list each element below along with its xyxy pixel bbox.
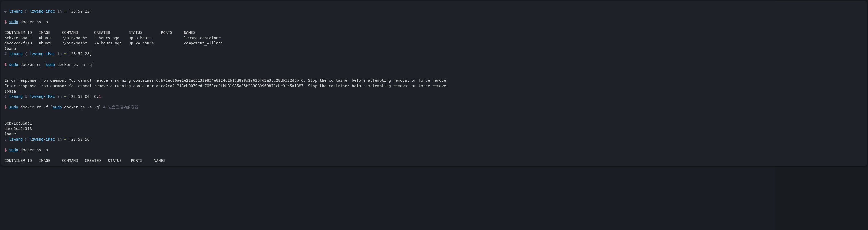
exit-code: 1	[99, 94, 101, 99]
sudo-cmd: sudo	[9, 20, 18, 24]
blank-line	[4, 73, 6, 77]
docker-ps-header-empty: CONTAINER ID IMAGE COMMAND CREATED STATU…	[4, 158, 165, 163]
docker-ps-header: CONTAINER ID IMAGE COMMAND CREATED STATU…	[4, 30, 195, 35]
prompt-hash: #	[4, 94, 6, 99]
prompt-in: in	[57, 9, 62, 13]
conda-base: (base)	[4, 131, 18, 136]
command-line-1: $ sudo docker ps -a	[4, 20, 864, 25]
prompt-host: lzwang-iMac	[30, 9, 55, 13]
docker-cmd-nested: docker ps -a -q`	[55, 63, 94, 67]
prompt-host: lzwang-iMac	[30, 137, 55, 142]
prompt-hash: #	[4, 9, 6, 13]
blank-line	[4, 116, 6, 120]
prompt-line-3: # lzwang @ lzwang-iMac in ~ [23:53:00] C…	[4, 94, 864, 100]
prompt-at: @	[25, 51, 27, 56]
command-line-3: $ sudo docker rm -f `sudo docker ps -a -…	[4, 105, 864, 110]
docker-ps-row-2: dacd2ca2f313 ubuntu "/bin/bash" 24 hours…	[4, 41, 223, 45]
sudo-cmd: sudo	[9, 105, 18, 109]
prompt-at: @	[25, 9, 27, 13]
prompt-user: lzwang	[9, 51, 23, 56]
prompt-in: in	[57, 94, 62, 99]
terminal-window[interactable]: # lzwang @ lzwang-iMac in ~ [23:52:22] $…	[1, 1, 867, 166]
prompt-path: ~	[64, 137, 66, 142]
prompt-line-1: # lzwang @ lzwang-iMac in ~ [23:52:22]	[4, 9, 864, 14]
prompt-path: ~	[64, 51, 66, 56]
prompt-in: in	[57, 137, 62, 142]
prompt-line-2: # lzwang @ lzwang-iMac in ~ [23:52:28]	[4, 51, 864, 57]
prompt-at: @	[25, 94, 27, 99]
prompt-user: lzwang	[9, 137, 23, 142]
error-line-2: Error response from daemon: You cannot r…	[4, 84, 446, 88]
prompt-in: in	[57, 51, 62, 56]
sudo-cmd-nested: sudo	[53, 105, 62, 109]
docker-cmd: docker rm -f `	[18, 105, 53, 109]
prompt-path: ~	[64, 9, 66, 13]
sudo-cmd-nested: sudo	[46, 63, 55, 67]
prompt-time: [23:53:56]	[69, 137, 92, 142]
prompt-line-4: # lzwang @ lzwang-iMac in ~ [23:53:56]	[4, 137, 864, 142]
docker-cmd-nested: docker ps -a -q`	[62, 105, 103, 109]
prompt-host: lzwang-iMac	[30, 94, 55, 99]
docker-cmd: docker rm `	[18, 63, 46, 67]
error-line-1: Error response from daemon: You cannot r…	[4, 78, 446, 83]
conda-base: (base)	[4, 89, 18, 93]
command-line-2: $ sudo docker rm `sudo docker ps -a -q`	[4, 62, 864, 68]
command-comment: # 包含已启动的容器	[103, 105, 138, 109]
terminal-content[interactable]: # lzwang @ lzwang-iMac in ~ [23:52:22] $…	[1, 1, 867, 166]
prompt-dollar: $	[4, 148, 6, 152]
prompt-path: ~	[64, 94, 66, 99]
docker-cmd: docker ps -a	[18, 148, 48, 152]
prompt-dollar: $	[4, 105, 6, 109]
prompt-user: lzwang	[9, 9, 23, 13]
docker-ps-row-1: 6cb71ec36ae1 ubuntu "/bin/bash" 3 hours …	[4, 36, 221, 40]
prompt-hash: #	[4, 137, 6, 142]
prompt-time: [23:53:00]	[69, 94, 92, 99]
removed-id-1: 6cb71ec36ae1	[4, 121, 32, 125]
prompt-dollar: $	[4, 20, 6, 24]
prompt-at: @	[25, 137, 27, 142]
prompt-user: lzwang	[9, 94, 23, 99]
removed-id-2: dacd2ca2f313	[4, 126, 32, 131]
prompt-time: [23:52:22]	[69, 9, 92, 13]
sudo-cmd: sudo	[9, 63, 18, 67]
docker-cmd: docker ps -a	[18, 20, 48, 24]
prompt-host: lzwang-iMac	[30, 51, 55, 56]
prompt-dollar: $	[4, 63, 6, 67]
prompt-hash: #	[4, 51, 6, 56]
exit-marker: C:	[92, 94, 98, 99]
prompt-time: [23:52:28]	[69, 51, 92, 56]
conda-base: (base)	[4, 46, 18, 51]
command-line-4: $ sudo docker ps -a	[4, 147, 864, 153]
sudo-cmd: sudo	[9, 148, 18, 152]
